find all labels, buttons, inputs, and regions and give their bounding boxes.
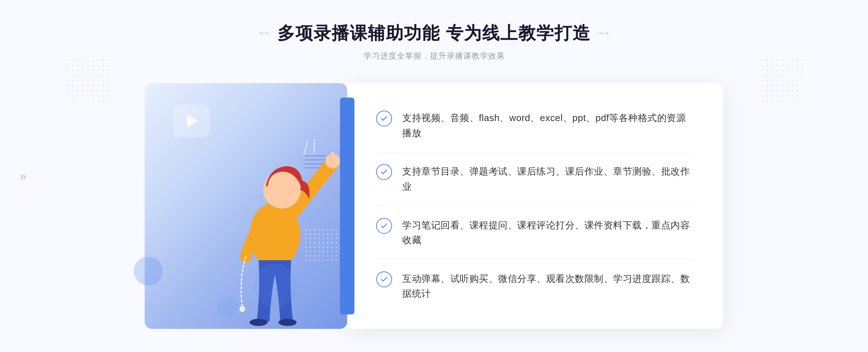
dot bbox=[598, 33, 599, 34]
dot bbox=[606, 32, 608, 34]
bg-circle-large bbox=[253, 264, 297, 307]
check-icon-3 bbox=[376, 218, 392, 234]
dot bbox=[260, 32, 262, 34]
feature-item-3: 学习笔记回看、课程提问、课程评论打分、课件资料下载，重点内容收藏 bbox=[376, 211, 694, 255]
play-icon bbox=[187, 115, 198, 128]
content-area: 支持视频、音频、flash、word、excel、ppt、pdf等各种格式的资源… bbox=[145, 83, 723, 329]
chevron-icon-left: » bbox=[20, 169, 26, 183]
bg-circle-small bbox=[217, 296, 239, 318]
svg-line-7 bbox=[304, 141, 307, 155]
feature-panel: 支持视频、音频、flash、word、excel、ppt、pdf等各种格式的资源… bbox=[347, 83, 723, 329]
divider-1 bbox=[376, 152, 694, 153]
divider-2 bbox=[376, 206, 694, 206]
check-icon-4 bbox=[376, 271, 392, 287]
page-subtitle: 学习进度全掌握，提升录播课教学效果 bbox=[260, 51, 608, 61]
svg-line-8 bbox=[314, 139, 315, 154]
deco-semicircle bbox=[134, 257, 163, 286]
check-icon-2 bbox=[376, 164, 392, 180]
feature-text-1: 支持视频、音频、flash、word、excel、ppt、pdf等各种格式的资源… bbox=[402, 111, 694, 141]
svg-point-1 bbox=[250, 319, 268, 326]
title-row: 多项录播课辅助功能 专为线上教学打造 bbox=[260, 22, 608, 45]
svg-point-6 bbox=[239, 306, 245, 312]
feature-item-2: 支持章节目录、弹题考试、课后练习、课后作业、章节测验、批改作业 bbox=[376, 157, 694, 201]
illustration-panel bbox=[145, 83, 347, 329]
dots-decoration-right bbox=[760, 58, 803, 101]
feature-item-1: 支持视频、音频、flash、word、excel、ppt、pdf等各种格式的资源… bbox=[376, 103, 694, 148]
feature-text-2: 支持章节目录、弹题考试、课后练习、课后作业、章节测验、批改作业 bbox=[402, 164, 694, 194]
chevrons-left: » bbox=[20, 169, 26, 183]
dots-decoration-left bbox=[65, 58, 109, 101]
feature-text-3: 学习笔记回看、课程提问、课程评论打分、课件资料下载，重点内容收藏 bbox=[402, 218, 694, 248]
divider-3 bbox=[376, 259, 694, 260]
feature-item-4: 互动弹幕、试听购买、微信分享、观看次数限制、学习进度跟踪、数据统计 bbox=[376, 264, 694, 309]
dot bbox=[265, 32, 268, 34]
title-decorator-left bbox=[260, 32, 270, 34]
dot bbox=[263, 33, 264, 34]
dot bbox=[269, 33, 270, 34]
feature-text-4: 互动弹幕、试听购买、微信分享、观看次数限制、学习进度跟踪、数据统计 bbox=[402, 271, 694, 301]
page-container: » 多项录播课辅助功能 专为线上教学打造 学习进度全掌握，提升录播课教学效果 bbox=[0, 0, 868, 352]
page-title: 多项录播课辅助功能 专为线上教学打造 bbox=[277, 22, 590, 45]
header-section: 多项录播课辅助功能 专为线上教学打造 学习进度全掌握，提升录播课教学效果 bbox=[260, 22, 608, 61]
check-icon-1 bbox=[376, 111, 392, 126]
title-decorator-right bbox=[598, 32, 608, 34]
svg-point-2 bbox=[278, 319, 297, 326]
svg-rect-5 bbox=[331, 152, 335, 163]
dot bbox=[604, 33, 605, 34]
dot bbox=[600, 32, 603, 34]
